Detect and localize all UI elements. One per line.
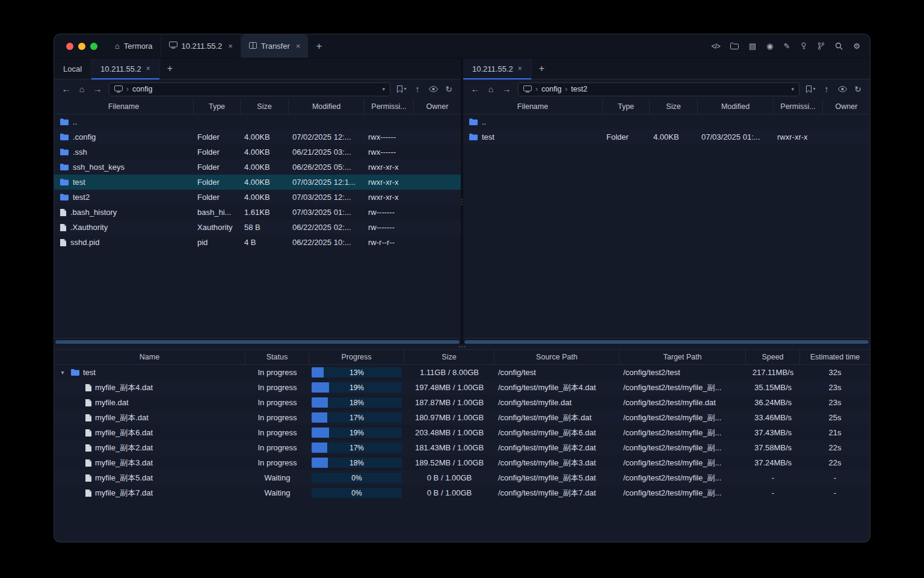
horizontal-scrollbar[interactable] <box>463 338 870 344</box>
pane-tab-10-211-55-2[interactable]: 10.211.55.2× <box>91 58 160 79</box>
transfer-row[interactable]: myfile.datIn progress18%187.87MB / 1.00G… <box>54 395 870 410</box>
app-tab-termora[interactable]: ⌂Termora <box>107 34 161 58</box>
column-header-filename[interactable]: Filename <box>54 99 194 114</box>
column-header-name[interactable]: Name <box>54 350 245 364</box>
key-icon[interactable] <box>800 42 807 50</box>
transfer-source-path: /config/test/myfile_副本5.dat <box>494 470 620 485</box>
record-icon[interactable]: ◉ <box>766 42 773 51</box>
folder-icon <box>60 134 69 140</box>
bookmark-button[interactable]: ▾ <box>804 82 818 96</box>
column-header-target-path[interactable]: Target Path <box>620 350 746 364</box>
home-button[interactable]: ⌂ <box>484 82 498 96</box>
column-header-modified[interactable]: Modified <box>289 99 365 114</box>
titlebar-action-icons: </>▤◉✎⚙ <box>711 34 860 58</box>
column-header-permissi[interactable]: Permissi... <box>365 99 414 114</box>
breadcrumb-item[interactable]: test2 <box>571 85 587 93</box>
app-tab-transfer[interactable]: Transfer× <box>241 34 309 58</box>
pane-tab-local[interactable]: Local <box>54 58 91 79</box>
file-row[interactable]: .XauthorityXauthority58 B06/22/2025 02:.… <box>54 220 461 235</box>
close-tab-icon[interactable]: × <box>228 42 233 51</box>
column-header-owner[interactable]: Owner <box>414 99 461 114</box>
bookmark-button[interactable]: ▾ <box>395 82 409 96</box>
forward-button[interactable]: → <box>90 82 105 96</box>
breadcrumb-item[interactable]: config <box>132 85 152 93</box>
file-row[interactable]: .configFolder4.00KB07/02/2025 12:...rwx-… <box>54 129 461 144</box>
file-row[interactable]: test2Folder4.00KB07/03/2025 12:...rwxr-x… <box>54 190 461 205</box>
refresh-button[interactable]: ↻ <box>851 82 865 96</box>
search-icon[interactable] <box>835 42 843 50</box>
transfer-row[interactable]: myfile_副本5.datWaiting0%0 B / 1.00GB/conf… <box>54 470 870 485</box>
column-header-permissi[interactable]: Permissi... <box>774 99 823 114</box>
file-row[interactable]: testFolder4.00KB07/03/2025 01:...rwxr-xr… <box>463 129 870 144</box>
home-button[interactable]: ⌂ <box>75 82 89 96</box>
column-header-progress[interactable]: Progress <box>309 350 404 364</box>
transfer-row[interactable]: myfile_副本.datIn progress17%180.97MB / 1.… <box>54 410 870 425</box>
scrollbar-thumb[interactable] <box>464 340 869 344</box>
transfer-row[interactable]: myfile_副本2.datIn progress17%181.43MB / 1… <box>54 440 870 455</box>
transfer-row[interactable]: myfile_副本3.datIn progress18%189.52MB / 1… <box>54 455 870 470</box>
column-header-type[interactable]: Type <box>603 99 650 114</box>
transfer-target-path: /config/test2/test/myfile_副... <box>620 425 746 440</box>
column-header-filename[interactable]: Filename <box>463 99 603 114</box>
column-header-owner[interactable]: Owner <box>823 99 870 114</box>
new-app-tab-button[interactable]: + <box>308 34 330 58</box>
file-row[interactable]: .. <box>463 114 870 129</box>
transfer-target-path: /config/test2/test <box>620 365 746 380</box>
file-row[interactable]: sshd.pidpid4 B06/22/2025 10:...rw-r--r-- <box>54 235 461 250</box>
minimize-window-button[interactable] <box>78 43 85 50</box>
column-header-type[interactable]: Type <box>194 99 241 114</box>
file-row[interactable]: .. <box>54 114 461 129</box>
path-field[interactable]: ›config ▾ <box>109 82 390 96</box>
upload-button[interactable]: ↑ <box>410 82 425 96</box>
transfer-row[interactable]: myfile_副本6.datIn progress19%203.48MB / 1… <box>54 425 870 440</box>
file-row[interactable]: testFolder4.00KB07/03/2025 12:1...rwxr-x… <box>54 175 461 190</box>
close-tab-icon[interactable]: × <box>296 42 301 51</box>
close-tab-icon[interactable]: × <box>146 64 150 73</box>
forward-button[interactable]: → <box>499 82 514 96</box>
folder-icon[interactable] <box>730 43 739 49</box>
zoom-window-button[interactable] <box>90 43 97 50</box>
refresh-button[interactable]: ↻ <box>442 82 456 96</box>
file-row[interactable]: .sshFolder4.00KB06/21/2025 03:...rwx----… <box>54 144 461 160</box>
transfer-row[interactable]: myfile_副本4.datIn progress19%197.48MB / 1… <box>54 380 870 395</box>
column-header-status[interactable]: Status <box>245 350 309 364</box>
back-button[interactable]: ← <box>59 82 73 96</box>
column-header-source-path[interactable]: Source Path <box>494 350 620 364</box>
scrollbar-thumb[interactable] <box>55 340 460 344</box>
pane-tab-10-211-55-2[interactable]: 10.211.55.2× <box>463 58 532 79</box>
chevron-down-icon[interactable]: ▾ <box>58 369 67 376</box>
new-pane-tab-button[interactable]: + <box>532 58 552 79</box>
code-icon[interactable]: </> <box>711 42 719 51</box>
back-button[interactable]: ← <box>468 82 482 96</box>
column-header-size[interactable]: Size <box>404 350 494 364</box>
transfer-splitter[interactable]: ⋯ <box>54 344 870 349</box>
gear-icon[interactable]: ⚙ <box>853 42 860 51</box>
column-header-size[interactable]: Size <box>241 99 289 114</box>
file-permissions: rwxr-xr-x <box>774 129 823 144</box>
column-header-modified[interactable]: Modified <box>698 99 774 114</box>
show-hidden-button[interactable] <box>426 82 440 96</box>
edit-icon[interactable]: ✎ <box>783 42 790 51</box>
transfer-row[interactable]: ▾testIn progress13%1.11GB / 8.00GB/confi… <box>54 365 870 380</box>
close-window-button[interactable] <box>66 43 73 50</box>
breadcrumb-item[interactable]: config <box>541 85 561 93</box>
file-icon <box>85 459 91 467</box>
upload-button[interactable]: ↑ <box>819 82 834 96</box>
horizontal-scrollbar[interactable] <box>54 338 461 344</box>
show-hidden-button[interactable] <box>835 82 849 96</box>
new-pane-tab-button[interactable]: + <box>160 58 180 79</box>
app-tab-10-211-55-2[interactable]: 10.211.55.2× <box>161 34 241 58</box>
file-row[interactable]: ssh_host_keysFolder4.00KB06/26/2025 05:.… <box>54 160 461 175</box>
column-header-size[interactable]: Size <box>650 99 698 114</box>
column-header-speed[interactable]: Speed <box>746 350 800 364</box>
file-row[interactable]: .bash_historybash_hi...1.61KB07/03/2025 … <box>54 205 461 220</box>
chevron-down-icon[interactable]: ▾ <box>791 86 794 92</box>
branch-icon[interactable] <box>818 42 825 50</box>
journal-icon[interactable]: ▤ <box>749 42 756 51</box>
path-field[interactable]: ›config›test2 ▾ <box>518 82 799 96</box>
chevron-down-icon[interactable]: ▾ <box>382 86 385 92</box>
column-header-estimated-time[interactable]: Estimated time <box>800 350 870 364</box>
transfer-speed: 36.24MB/s <box>746 395 800 410</box>
close-tab-icon[interactable]: × <box>518 64 522 73</box>
transfer-row[interactable]: myfile_副本7.datWaiting0%0 B / 1.00GB/conf… <box>54 485 870 500</box>
